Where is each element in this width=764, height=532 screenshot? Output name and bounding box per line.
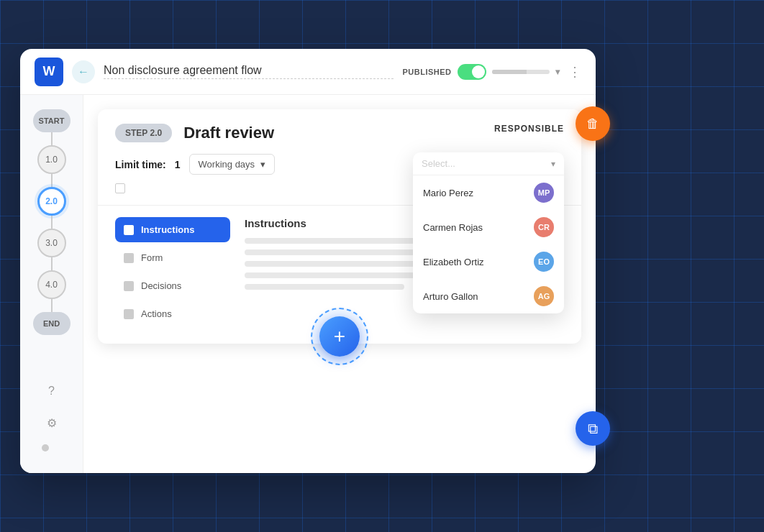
instructions-icon	[124, 225, 134, 235]
limit-time-label: Limit time:	[115, 159, 166, 170]
body: START 1.0 2.0 3.0 4.0 END ? ⚙	[20, 95, 596, 473]
arturo-name: Arturo Gallon	[423, 291, 478, 302]
copy-button[interactable]: ⧉	[576, 411, 610, 446]
delete-icon: 🗑	[586, 116, 599, 132]
dropdown-item-mario[interactable]: Mario Perez MP	[413, 175, 564, 210]
working-days-chevron-icon: ▾	[260, 159, 265, 170]
published-toggle[interactable]	[458, 64, 486, 80]
main-card: W ← Non disclosure agreement flow PUBLIS…	[20, 49, 596, 473]
menu-label-actions: Actions	[141, 308, 172, 319]
dropdown-placeholder: Select...	[422, 158, 455, 169]
decisions-icon	[124, 281, 134, 291]
sidebar: START 1.0 2.0 3.0 4.0 END ? ⚙	[20, 95, 83, 473]
dropdown-item-carmen[interactable]: Carmen Rojas CR	[413, 210, 564, 244]
carmen-name: Carmen Rojas	[423, 222, 483, 233]
arturo-avatar: AG	[534, 286, 554, 306]
working-days-select[interactable]: Working days ▾	[189, 154, 276, 175]
published-label: PUBLISHED	[402, 68, 451, 76]
delete-button[interactable]: 🗑	[576, 106, 610, 141]
step-title: Draft review	[183, 124, 274, 142]
content-area: STEP 2.0 Draft review RESPONSIBLE Limit …	[83, 95, 596, 473]
app-logo: W	[35, 58, 63, 86]
menu-item-form[interactable]: Form	[115, 245, 230, 270]
menu-label-decisions: Decisions	[141, 280, 181, 291]
progress-bar-fill	[492, 70, 527, 74]
fab-container: +	[311, 308, 368, 365]
limit-time-value: 1	[175, 159, 181, 170]
connector-3	[51, 216, 53, 229]
elizabeth-name: Elizabeth Ortiz	[423, 257, 484, 267]
fab-ring: +	[311, 308, 368, 365]
working-days-label: Working days	[199, 159, 255, 170]
responsible-label: RESPONSIBLE	[494, 124, 564, 134]
progress-bar	[492, 70, 550, 74]
flow-title: Non disclosure agreement flow	[104, 64, 394, 79]
node-4-0[interactable]: 4.0	[37, 270, 66, 299]
text-line-5	[245, 284, 404, 290]
menu-item-actions[interactable]: Actions	[115, 301, 230, 326]
connector-5	[51, 299, 53, 312]
dropdown-input[interactable]: Select... ▾	[413, 152, 564, 175]
settings-icon[interactable]: ⚙	[42, 413, 62, 433]
connector-2	[51, 174, 53, 187]
flow-nodes: START 1.0 2.0 3.0 4.0 END	[33, 109, 71, 370]
help-icon[interactable]: ?	[42, 381, 62, 401]
dropdown-chevron-icon: ▾	[551, 159, 555, 169]
carmen-avatar: CR	[534, 217, 554, 237]
responsible-dropdown: Select... ▾ Mario Perez MP Carmen Rojas …	[413, 152, 564, 313]
elizabeth-avatar: EO	[534, 252, 554, 272]
menu-item-decisions[interactable]: Decisions	[115, 273, 230, 298]
published-status: PUBLISHED ▾	[402, 64, 560, 80]
sidebar-icons: ? ⚙	[42, 381, 62, 459]
menu-item-instructions[interactable]: Instructions	[115, 217, 230, 242]
add-step-button[interactable]: +	[319, 316, 360, 357]
dropdown-item-elizabeth[interactable]: Elizabeth Ortiz EO	[413, 244, 564, 279]
node-1-0[interactable]: 1.0	[37, 145, 66, 174]
step-header: STEP 2.0 Draft review RESPONSIBLE	[115, 124, 564, 142]
header: W ← Non disclosure agreement flow PUBLIS…	[20, 49, 596, 95]
step-card: STEP 2.0 Draft review RESPONSIBLE Limit …	[98, 109, 581, 344]
step-badge: STEP 2.0	[115, 124, 172, 142]
header-more-button[interactable]: ⋮	[568, 64, 581, 80]
form-icon	[124, 253, 134, 263]
connector-1	[51, 132, 53, 145]
add-icon: +	[334, 325, 345, 348]
start-node[interactable]: START	[33, 109, 71, 132]
dropdown-item-arturo[interactable]: Arturo Gallon AG	[413, 279, 564, 313]
text-line-1	[245, 238, 436, 244]
mario-name: Mario Perez	[423, 188, 473, 198]
end-node[interactable]: END	[33, 312, 71, 335]
node-2-0[interactable]: 2.0	[37, 187, 66, 216]
left-menu: Instructions Form Decisions Actions	[115, 217, 230, 329]
mario-avatar: MP	[534, 183, 554, 203]
sidebar-dot	[42, 444, 49, 451]
header-chevron-icon[interactable]: ▾	[555, 67, 560, 77]
menu-label-form: Form	[141, 252, 163, 263]
connector-4	[51, 257, 53, 270]
actions-icon	[124, 309, 134, 319]
option-checkbox[interactable]	[115, 183, 125, 193]
copy-icon: ⧉	[588, 421, 598, 437]
node-3-0[interactable]: 3.0	[37, 229, 66, 257]
menu-label-instructions: Instructions	[141, 224, 194, 235]
back-button[interactable]: ←	[72, 60, 95, 83]
